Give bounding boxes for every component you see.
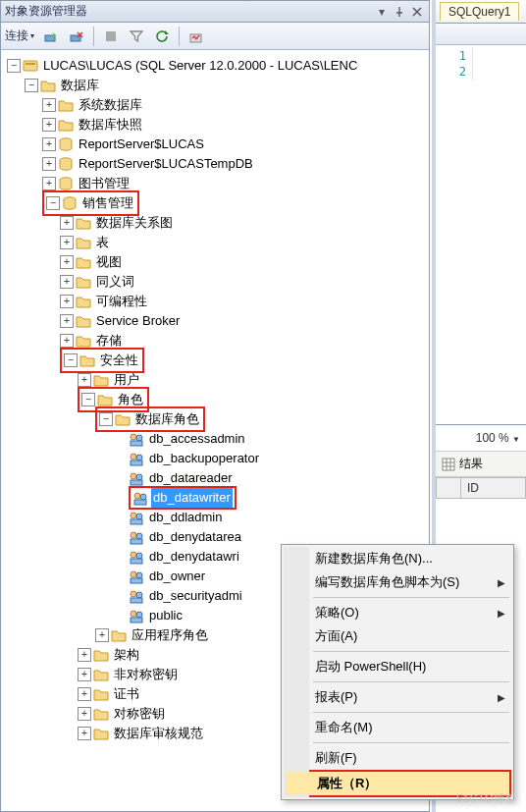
- close-icon[interactable]: [409, 4, 425, 20]
- role-node[interactable]: db_datareader: [3, 468, 429, 488]
- expand-icon[interactable]: +: [60, 334, 74, 348]
- tree-node[interactable]: +同义词: [3, 272, 429, 292]
- role-node[interactable]: db_accessadmin: [3, 429, 429, 449]
- tree-node[interactable]: +数据库关系图: [3, 213, 429, 233]
- activity-monitor-icon[interactable]: [185, 26, 207, 47]
- collapse-icon[interactable]: −: [7, 59, 21, 73]
- svg-point-29: [136, 553, 142, 559]
- tree-node[interactable]: +表: [3, 233, 429, 252]
- ctx-new-role[interactable]: 新建数据库角色(N)...: [284, 547, 511, 570]
- folder-icon: [76, 313, 91, 329]
- role-icon: [129, 431, 144, 447]
- menu-separator: [313, 681, 509, 682]
- tree-node[interactable]: +可编程性: [3, 292, 429, 311]
- server-node[interactable]: − LUCAS\LUCAS (SQL Server 12.0.2000 - LU…: [3, 56, 429, 76]
- expand-icon[interactable]: +: [78, 668, 91, 681]
- watermark: 51CTO博客: [456, 791, 516, 806]
- roles-node[interactable]: − 角色: [3, 390, 429, 409]
- collapse-icon[interactable]: −: [64, 353, 78, 367]
- svg-point-26: [136, 533, 142, 539]
- databases-node[interactable]: − 数据库: [3, 76, 429, 95]
- ctx-script-as[interactable]: 编写数据库角色脚本为(S)▶: [284, 570, 511, 594]
- ctx-rename[interactable]: 重命名(M): [284, 716, 511, 739]
- tree-node[interactable]: +ReportServer$LUCASTempDB: [3, 154, 429, 174]
- ctx-reports[interactable]: 报表(P)▶: [284, 685, 511, 709]
- menu-separator: [313, 742, 509, 743]
- svg-point-37: [131, 611, 136, 617]
- stop-icon[interactable]: [100, 26, 122, 47]
- folder-icon: [111, 627, 127, 643]
- svg-point-32: [136, 572, 142, 578]
- tree-node[interactable]: +Service Broker: [3, 311, 429, 331]
- sales-db-node[interactable]: − 销售管理: [3, 193, 429, 213]
- role-icon: [129, 568, 144, 584]
- database-icon: [58, 136, 74, 152]
- ctx-powershell[interactable]: 启动 PowerShell(H): [284, 655, 511, 678]
- svg-rect-2: [106, 31, 116, 41]
- tree-node[interactable]: +系统数据库: [3, 95, 429, 115]
- ctx-policies[interactable]: 策略(O)▶: [284, 601, 511, 624]
- expand-icon[interactable]: +: [78, 373, 91, 387]
- document-tab[interactable]: SQLQuery1: [440, 2, 519, 21]
- expand-icon[interactable]: +: [60, 295, 74, 308]
- folder-icon: [76, 254, 91, 270]
- expand-icon[interactable]: +: [78, 727, 91, 740]
- expand-icon[interactable]: +: [95, 628, 109, 642]
- expand-icon[interactable]: +: [60, 314, 74, 328]
- folder-icon: [93, 667, 109, 682]
- expand-icon[interactable]: +: [42, 157, 56, 171]
- pin-icon[interactable]: [392, 4, 407, 20]
- svg-rect-5: [26, 63, 35, 65]
- collapse-icon[interactable]: −: [81, 393, 95, 406]
- tree-node[interactable]: +ReportServer$LUCAS: [3, 135, 429, 154]
- expand-icon[interactable]: +: [78, 707, 91, 721]
- expand-icon[interactable]: +: [42, 98, 56, 112]
- svg-point-14: [136, 455, 142, 460]
- line-number-gutter: 1 2: [436, 47, 473, 81]
- dbroles-node[interactable]: − 数据库角色: [3, 409, 429, 429]
- refresh-icon[interactable]: [151, 26, 173, 47]
- svg-rect-30: [131, 559, 142, 564]
- expand-icon[interactable]: +: [60, 255, 74, 269]
- expand-icon[interactable]: +: [60, 236, 74, 249]
- ctx-facets[interactable]: 方面(A): [284, 624, 511, 648]
- connect-icon[interactable]: [40, 26, 62, 47]
- svg-rect-39: [131, 618, 142, 623]
- tree-node[interactable]: +用户: [3, 370, 429, 390]
- results-tab[interactable]: 结果: [436, 451, 526, 477]
- connect-dropdown[interactable]: 连接: [5, 27, 36, 44]
- database-icon: [62, 195, 78, 211]
- grid-column-header[interactable]: ID: [461, 477, 526, 499]
- svg-rect-18: [131, 480, 142, 485]
- expand-icon[interactable]: +: [42, 118, 56, 132]
- collapse-icon[interactable]: −: [46, 196, 60, 210]
- role-node[interactable]: db_backupoperator: [3, 449, 429, 468]
- filter-icon[interactable]: [126, 26, 147, 47]
- svg-point-10: [131, 434, 136, 440]
- folder-icon: [40, 78, 56, 93]
- expand-icon[interactable]: +: [60, 275, 74, 289]
- results-grid-header: ID: [436, 477, 526, 499]
- dropdown-icon[interactable]: ▾: [374, 4, 390, 20]
- role-icon: [129, 510, 144, 525]
- expand-icon[interactable]: +: [42, 137, 56, 151]
- svg-point-31: [131, 571, 136, 577]
- role-node-selected[interactable]: db_datawriter: [3, 488, 429, 508]
- role-node[interactable]: db_ddladmin: [3, 508, 429, 527]
- disconnect-icon[interactable]: [66, 26, 87, 47]
- svg-rect-33: [131, 578, 142, 583]
- expand-icon[interactable]: +: [42, 177, 56, 190]
- tree-node[interactable]: +数据库快照: [3, 115, 429, 135]
- collapse-icon[interactable]: −: [99, 412, 113, 426]
- expand-icon[interactable]: +: [78, 648, 91, 662]
- collapse-icon[interactable]: −: [25, 79, 38, 92]
- expand-icon[interactable]: +: [60, 216, 74, 230]
- tree-node[interactable]: +视图: [3, 252, 429, 272]
- ctx-refresh[interactable]: 刷新(F): [284, 746, 511, 770]
- expand-icon[interactable]: +: [78, 687, 91, 701]
- svg-rect-4: [24, 61, 37, 71]
- grid-corner: [436, 477, 461, 499]
- security-node[interactable]: − 安全性: [3, 351, 429, 370]
- zoom-level[interactable]: 100 % ▼: [436, 425, 526, 451]
- role-icon: [129, 451, 144, 466]
